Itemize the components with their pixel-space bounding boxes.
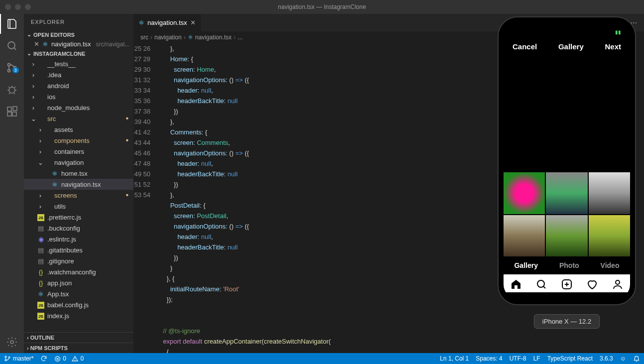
project-header[interactable]: ⌄INSTAGRAMCLONE: [24, 49, 133, 58]
cancel-button[interactable]: Cancel: [513, 42, 537, 51]
encoding[interactable]: UTF-8: [510, 355, 526, 362]
tree-item[interactable]: JS.prettierrc.js: [24, 212, 133, 223]
svg-point-13: [616, 280, 620, 284]
gallery-grid: [504, 172, 630, 256]
tree-item[interactable]: ›__tests__: [24, 58, 133, 69]
home-icon[interactable]: [510, 278, 522, 290]
editor-group: ⚛ navigation.tsx ✕ ⋯ src› navigation› ⚛n…: [133, 14, 644, 353]
search-icon[interactable]: [535, 278, 547, 290]
problems[interactable]: 0 0: [54, 355, 84, 362]
tree-item[interactable]: ⚛navigation.tsx: [24, 179, 133, 190]
svg-point-4: [9, 87, 15, 93]
tree-item[interactable]: ›containers: [24, 146, 133, 157]
sidebar-title: EXPLORER: [24, 14, 133, 30]
titlebar: navigation.tsx — InstagramClone: [0, 0, 644, 14]
svg-point-16: [8, 357, 10, 358]
gallery-thumb[interactable]: [504, 172, 545, 214]
tree-item[interactable]: ›utils: [24, 201, 133, 212]
tree-item[interactable]: ›ios: [24, 91, 133, 102]
svg-point-14: [5, 356, 6, 358]
outline-header[interactable]: › OUTLINE: [24, 332, 133, 343]
heart-icon[interactable]: [586, 278, 598, 290]
svg-rect-6: [7, 112, 11, 116]
scm-icon[interactable]: 3: [6, 62, 18, 74]
file-tree: ›__tests__›.idea›android›ios›node_module…: [24, 58, 133, 332]
git-branch[interactable]: master*: [4, 355, 33, 362]
tree-item[interactable]: {}.watchmanconfig: [24, 266, 133, 277]
tree-item[interactable]: JSbabel.config.js: [24, 299, 133, 310]
device-label[interactable]: iPhone X — 12.2: [534, 314, 600, 329]
close-icon[interactable]: ✕: [34, 40, 39, 48]
gallery-preview[interactable]: [504, 55, 630, 172]
indent[interactable]: Spaces: 4: [476, 355, 502, 362]
svg-rect-7: [12, 112, 16, 116]
add-post-icon[interactable]: [561, 278, 573, 290]
next-button[interactable]: Next: [605, 42, 621, 51]
svg-point-1: [8, 64, 10, 66]
activity-bar: 3: [0, 14, 24, 353]
svg-rect-5: [7, 107, 11, 111]
tree-item[interactable]: ›components•: [24, 135, 133, 146]
svg-point-11: [537, 280, 544, 287]
tree-item[interactable]: JSindex.js: [24, 310, 133, 321]
screen-title: Gallery: [558, 42, 584, 51]
react-icon: ⚛: [138, 19, 144, 26]
tree-item[interactable]: ⌄src•: [24, 113, 133, 124]
phone-frame: ▮▮ Cancel Gallery Next: [498, 16, 636, 305]
window-title: navigation.tsx — InstagramClone: [0, 3, 644, 10]
tree-item[interactable]: ›screens•: [24, 190, 133, 201]
svg-point-0: [8, 42, 15, 49]
mode-video[interactable]: Video: [601, 261, 620, 269]
tree-item[interactable]: ⌄navigation: [24, 157, 133, 168]
settings-gear-icon[interactable]: [6, 336, 18, 348]
gallery-thumb[interactable]: [589, 172, 630, 214]
eol[interactable]: LF: [533, 355, 540, 362]
tree-item[interactable]: ▤.gitignore: [24, 255, 133, 266]
react-icon: ⚛: [42, 40, 48, 48]
debug-icon[interactable]: [6, 84, 18, 96]
ts-version[interactable]: 3.6.3: [600, 355, 613, 362]
svg-point-15: [5, 360, 6, 361]
gallery-thumb[interactable]: [546, 215, 587, 256]
feedback-icon[interactable]: ☺: [620, 355, 626, 362]
mode-gallery[interactable]: Gallery: [514, 261, 537, 269]
scm-badge: 3: [12, 67, 19, 73]
tree-item[interactable]: {}app.json: [24, 277, 133, 288]
extensions-icon[interactable]: [6, 106, 18, 118]
phone-header: Cancel Gallery Next: [504, 38, 630, 55]
search-icon[interactable]: [6, 40, 18, 52]
close-icon[interactable]: ✕: [190, 19, 196, 26]
tree-item[interactable]: ›.idea: [24, 69, 133, 80]
profile-icon[interactable]: [612, 278, 624, 290]
tree-item[interactable]: ▤.buckconfig: [24, 223, 133, 234]
device-preview: ▮▮ Cancel Gallery Next: [495, 16, 639, 329]
cursor-position[interactable]: Ln 1, Col 1: [440, 355, 469, 362]
sync-button[interactable]: [40, 355, 47, 362]
svg-point-9: [10, 341, 13, 344]
tree-item[interactable]: ▤.gitattributes: [24, 244, 133, 255]
gallery-thumb[interactable]: [504, 215, 545, 256]
tree-item[interactable]: ◉.eslintrc.js: [24, 234, 133, 244]
tree-item[interactable]: ⚛home.tsx: [24, 168, 133, 179]
tree-item[interactable]: ⚛App.tsx: [24, 288, 133, 299]
tree-item[interactable]: ›assets: [24, 124, 133, 135]
svg-point-2: [8, 70, 10, 72]
statusbar: master* 0 0 Ln 1, Col 1 Spaces: 4 UTF-8 …: [0, 353, 644, 364]
capture-modes: Gallery Photo Video: [504, 256, 630, 274]
bell-icon[interactable]: [633, 355, 640, 362]
mode-photo[interactable]: Photo: [559, 261, 579, 269]
language-mode[interactable]: TypeScript React: [547, 355, 593, 362]
tab-navigation[interactable]: ⚛ navigation.tsx ✕: [133, 14, 201, 31]
sidebar: EXPLORER ⌄OPEN EDITORS ✕ ⚛ navigation.ts…: [24, 14, 133, 353]
open-editors-header[interactable]: ⌄OPEN EDITORS: [24, 30, 133, 39]
svg-rect-8: [13, 107, 17, 111]
home-indicator: [539, 294, 594, 296]
tab-bar: [504, 274, 630, 292]
gallery-thumb[interactable]: [546, 172, 587, 214]
npm-scripts-header[interactable]: › NPM SCRIPTS: [24, 343, 133, 353]
tree-item[interactable]: ›android: [24, 80, 133, 91]
tree-item[interactable]: ›node_modules: [24, 102, 133, 113]
gallery-thumb[interactable]: [589, 215, 630, 256]
explorer-icon[interactable]: [6, 18, 18, 30]
open-editor-item[interactable]: ✕ ⚛ navigation.tsx src/navigat...: [24, 39, 133, 49]
